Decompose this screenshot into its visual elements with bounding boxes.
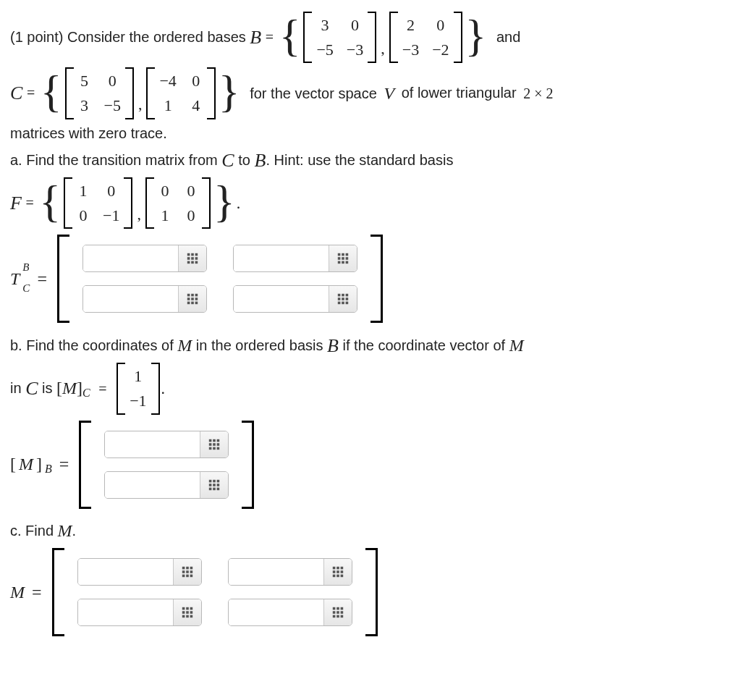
space-V: V xyxy=(384,84,394,103)
part-a-text: a. Find the transition matrix from C to … xyxy=(10,148,731,173)
MB-input-1[interactable] xyxy=(104,431,229,458)
keypad-icon[interactable] xyxy=(178,245,206,271)
M-input-12[interactable] xyxy=(228,558,352,586)
intro-lead: Consider the ordered bases xyxy=(67,29,246,45)
basis-B-symbol: B xyxy=(250,27,261,48)
M-input-21[interactable] xyxy=(77,599,202,626)
MB-vector-input xyxy=(79,421,254,509)
problem-intro: (1 point) Consider the ordered bases B =… xyxy=(10,12,731,63)
MB-input-2[interactable] xyxy=(104,471,229,499)
matrix-B2: 20 −3−2 xyxy=(389,12,462,63)
answer-TBC: TBC = xyxy=(10,235,731,323)
part-b-text2: in C is [M]C = 1 −1 . xyxy=(10,363,731,414)
basis-F-set: { 10 0−1 , 00 10 } xyxy=(38,177,236,229)
TBC-field-21[interactable] xyxy=(83,286,178,312)
M-matrix-input xyxy=(52,548,378,636)
answer-MB: [M]B = xyxy=(10,421,731,509)
points-label: (1 point) xyxy=(10,29,63,45)
keypad-icon[interactable] xyxy=(323,599,352,625)
keypad-icon[interactable] xyxy=(200,472,228,498)
TBC-input-11[interactable] xyxy=(82,245,207,272)
T-label: T xyxy=(10,267,20,290)
M-field-11[interactable] xyxy=(78,559,173,585)
matrix-C2: −40 14 xyxy=(146,67,215,119)
keypad-icon[interactable] xyxy=(329,245,357,271)
basis-C-line: C = { 50 3−5 , −40 14 } for the vector s… xyxy=(10,67,731,119)
keypad-icon[interactable] xyxy=(178,286,206,312)
TBC-matrix-input xyxy=(57,235,383,323)
M-input-11[interactable] xyxy=(77,558,202,586)
matrix-F1: 10 0−1 xyxy=(64,177,132,229)
M-field-12[interactable] xyxy=(229,559,323,585)
and-word: and xyxy=(496,29,520,45)
TBC-input-12[interactable] xyxy=(233,245,357,272)
basis-F-line: F = { 10 0−1 , 00 10 } . xyxy=(10,177,731,229)
MB-field-2[interactable] xyxy=(105,472,200,498)
M-input-22[interactable] xyxy=(228,599,352,626)
keypad-icon[interactable] xyxy=(323,559,352,585)
equals: = xyxy=(266,29,274,45)
M-field-22[interactable] xyxy=(229,599,323,625)
keypad-icon[interactable] xyxy=(329,286,357,312)
keypad-icon[interactable] xyxy=(173,559,201,585)
answer-M: M = xyxy=(10,548,731,636)
M-label: M xyxy=(10,581,25,604)
basis-B-set: { 30 −5−3 , 20 −3−2 } xyxy=(278,12,488,63)
TBC-input-21[interactable] xyxy=(82,285,207,313)
intro-tail: matrices with zero trace. xyxy=(10,124,731,143)
keypad-icon[interactable] xyxy=(200,431,228,457)
MB-field-1[interactable] xyxy=(105,431,200,457)
matrix-C1: 50 3−5 xyxy=(65,67,134,119)
TBC-field-12[interactable] xyxy=(234,245,329,271)
keypad-icon[interactable] xyxy=(173,599,201,625)
TBC-field-22[interactable] xyxy=(234,286,329,312)
M-field-21[interactable] xyxy=(78,599,173,625)
matrix-F2: 00 10 xyxy=(145,177,211,229)
TBC-field-11[interactable] xyxy=(83,245,178,271)
matrix-B1: 30 −5−3 xyxy=(303,12,376,63)
basis-F-symbol: F xyxy=(10,193,22,214)
basis-C-symbol: C xyxy=(10,83,22,104)
part-c-text: c. Find M. xyxy=(10,519,731,542)
basis-C-set: { 50 3−5 , −40 14 } xyxy=(39,67,242,119)
MC-vector: 1 −1 xyxy=(117,363,159,414)
TBC-input-22[interactable] xyxy=(233,285,357,313)
part-b-text: b. Find the coordinates of M in the orde… xyxy=(10,333,731,358)
